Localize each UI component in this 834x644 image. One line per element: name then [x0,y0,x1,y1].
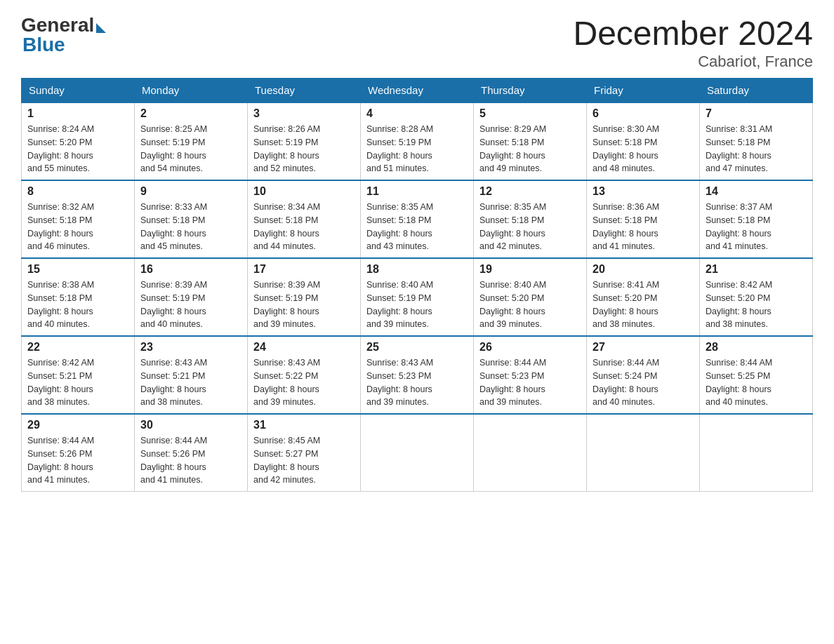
calendar-week-5: 29 Sunrise: 8:44 AMSunset: 5:26 PMDaylig… [22,414,813,492]
calendar-day-22: 22 Sunrise: 8:42 AMSunset: 5:21 PMDaylig… [22,336,135,414]
column-header-friday: Friday [587,79,700,103]
day-number: 23 [140,341,241,354]
calendar-day-30: 30 Sunrise: 8:44 AMSunset: 5:26 PMDaylig… [135,414,248,492]
calendar-day-3: 3 Sunrise: 8:26 AMSunset: 5:19 PMDayligh… [248,102,361,180]
day-number: 16 [140,263,241,276]
day-info: Sunrise: 8:26 AMSunset: 5:19 PMDaylight:… [253,123,355,175]
day-info: Sunrise: 8:45 AMSunset: 5:27 PMDaylight:… [253,434,355,487]
day-info: Sunrise: 8:37 AMSunset: 5:18 PMDaylight:… [706,201,807,253]
day-number: 17 [253,263,355,276]
day-info: Sunrise: 8:30 AMSunset: 5:18 PMDaylight:… [593,123,694,175]
day-number: 6 [593,107,694,120]
calendar-day-11: 11 Sunrise: 8:35 AMSunset: 5:18 PMDaylig… [361,180,474,258]
day-info: Sunrise: 8:43 AMSunset: 5:21 PMDaylight:… [140,356,241,409]
calendar-day-25: 25 Sunrise: 8:43 AMSunset: 5:23 PMDaylig… [361,336,474,414]
day-number: 21 [706,263,807,276]
calendar-table: SundayMondayTuesdayWednesdayThursdayFrid… [21,78,813,492]
calendar-day-18: 18 Sunrise: 8:40 AMSunset: 5:19 PMDaylig… [361,258,474,336]
calendar-day-1: 1 Sunrise: 8:24 AMSunset: 5:20 PMDayligh… [22,102,135,180]
calendar-day-9: 9 Sunrise: 8:33 AMSunset: 5:18 PMDayligh… [135,180,248,258]
calendar-day-7: 7 Sunrise: 8:31 AMSunset: 5:18 PMDayligh… [700,102,813,180]
day-number: 15 [27,263,128,276]
day-info: Sunrise: 8:29 AMSunset: 5:18 PMDaylight:… [479,123,581,175]
day-info: Sunrise: 8:44 AMSunset: 5:26 PMDaylight:… [27,434,128,487]
logo-arrow-icon [96,23,106,33]
calendar-day-28: 28 Sunrise: 8:44 AMSunset: 5:25 PMDaylig… [700,336,813,414]
day-number: 12 [479,185,581,198]
day-number: 3 [253,107,355,120]
day-info: Sunrise: 8:44 AMSunset: 5:26 PMDaylight:… [140,434,241,487]
day-number: 28 [706,341,807,354]
calendar-day-31: 31 Sunrise: 8:45 AMSunset: 5:27 PMDaylig… [248,414,361,492]
empty-cell [361,414,474,492]
logo: General Blue [21,14,106,56]
day-number: 10 [253,185,355,198]
day-number: 7 [706,107,807,120]
calendar-day-23: 23 Sunrise: 8:43 AMSunset: 5:21 PMDaylig… [135,336,248,414]
page-subtitle: Cabariot, France [573,53,813,71]
day-number: 19 [479,263,581,276]
calendar-week-3: 15 Sunrise: 8:38 AMSunset: 5:18 PMDaylig… [22,258,813,336]
day-number: 2 [140,107,241,120]
calendar-day-10: 10 Sunrise: 8:34 AMSunset: 5:18 PMDaylig… [248,180,361,258]
day-info: Sunrise: 8:35 AMSunset: 5:18 PMDaylight:… [479,201,581,253]
empty-cell [700,414,813,492]
column-header-tuesday: Tuesday [248,79,361,103]
day-number: 24 [253,341,355,354]
day-number: 14 [706,185,807,198]
calendar-day-15: 15 Sunrise: 8:38 AMSunset: 5:18 PMDaylig… [22,258,135,336]
day-info: Sunrise: 8:44 AMSunset: 5:23 PMDaylight:… [479,356,581,409]
day-info: Sunrise: 8:25 AMSunset: 5:19 PMDaylight:… [140,123,241,175]
calendar-day-24: 24 Sunrise: 8:43 AMSunset: 5:22 PMDaylig… [248,336,361,414]
day-number: 22 [27,341,128,354]
day-number: 29 [27,419,128,431]
day-number: 8 [27,185,128,198]
day-info: Sunrise: 8:33 AMSunset: 5:18 PMDaylight:… [140,201,241,253]
calendar-day-12: 12 Sunrise: 8:35 AMSunset: 5:18 PMDaylig… [474,180,587,258]
calendar-week-1: 1 Sunrise: 8:24 AMSunset: 5:20 PMDayligh… [22,102,813,180]
day-info: Sunrise: 8:40 AMSunset: 5:20 PMDaylight:… [479,279,581,331]
calendar-day-16: 16 Sunrise: 8:39 AMSunset: 5:19 PMDaylig… [135,258,248,336]
day-info: Sunrise: 8:35 AMSunset: 5:18 PMDaylight:… [366,201,468,253]
day-info: Sunrise: 8:31 AMSunset: 5:18 PMDaylight:… [706,123,807,175]
column-header-monday: Monday [135,79,248,103]
day-info: Sunrise: 8:34 AMSunset: 5:18 PMDaylight:… [253,201,355,253]
calendar-day-21: 21 Sunrise: 8:42 AMSunset: 5:20 PMDaylig… [700,258,813,336]
day-info: Sunrise: 8:43 AMSunset: 5:22 PMDaylight:… [253,356,355,409]
day-number: 9 [140,185,241,198]
column-header-sunday: Sunday [22,79,135,103]
day-info: Sunrise: 8:40 AMSunset: 5:19 PMDaylight:… [366,279,468,331]
day-info: Sunrise: 8:44 AMSunset: 5:24 PMDaylight:… [593,356,694,409]
calendar-day-29: 29 Sunrise: 8:44 AMSunset: 5:26 PMDaylig… [22,414,135,492]
calendar-day-6: 6 Sunrise: 8:30 AMSunset: 5:18 PMDayligh… [587,102,700,180]
day-number: 4 [366,107,468,120]
calendar-day-26: 26 Sunrise: 8:44 AMSunset: 5:23 PMDaylig… [474,336,587,414]
calendar-day-5: 5 Sunrise: 8:29 AMSunset: 5:18 PMDayligh… [474,102,587,180]
calendar-day-8: 8 Sunrise: 8:32 AMSunset: 5:18 PMDayligh… [22,180,135,258]
day-number: 1 [27,107,128,120]
day-number: 18 [366,263,468,276]
calendar-day-2: 2 Sunrise: 8:25 AMSunset: 5:19 PMDayligh… [135,102,248,180]
day-info: Sunrise: 8:39 AMSunset: 5:19 PMDaylight:… [253,279,355,331]
day-info: Sunrise: 8:41 AMSunset: 5:20 PMDaylight:… [593,279,694,331]
empty-cell [474,414,587,492]
logo-blue-text: Blue [21,34,65,56]
empty-cell [587,414,700,492]
day-info: Sunrise: 8:32 AMSunset: 5:18 PMDaylight:… [27,201,128,253]
calendar-day-19: 19 Sunrise: 8:40 AMSunset: 5:20 PMDaylig… [474,258,587,336]
calendar-day-27: 27 Sunrise: 8:44 AMSunset: 5:24 PMDaylig… [587,336,700,414]
column-header-wednesday: Wednesday [361,79,474,103]
day-number: 5 [479,107,581,120]
day-info: Sunrise: 8:36 AMSunset: 5:18 PMDaylight:… [593,201,694,253]
calendar-week-4: 22 Sunrise: 8:42 AMSunset: 5:21 PMDaylig… [22,336,813,414]
day-info: Sunrise: 8:44 AMSunset: 5:25 PMDaylight:… [706,356,807,409]
calendar-header-row: SundayMondayTuesdayWednesdayThursdayFrid… [22,79,813,103]
calendar-day-17: 17 Sunrise: 8:39 AMSunset: 5:19 PMDaylig… [248,258,361,336]
day-info: Sunrise: 8:24 AMSunset: 5:20 PMDaylight:… [27,123,128,175]
calendar-day-13: 13 Sunrise: 8:36 AMSunset: 5:18 PMDaylig… [587,180,700,258]
calendar-day-14: 14 Sunrise: 8:37 AMSunset: 5:18 PMDaylig… [700,180,813,258]
title-block: December 2024 Cabariot, France [573,14,813,71]
calendar-week-2: 8 Sunrise: 8:32 AMSunset: 5:18 PMDayligh… [22,180,813,258]
day-info: Sunrise: 8:42 AMSunset: 5:21 PMDaylight:… [27,356,128,409]
page-title: December 2024 [573,14,813,53]
